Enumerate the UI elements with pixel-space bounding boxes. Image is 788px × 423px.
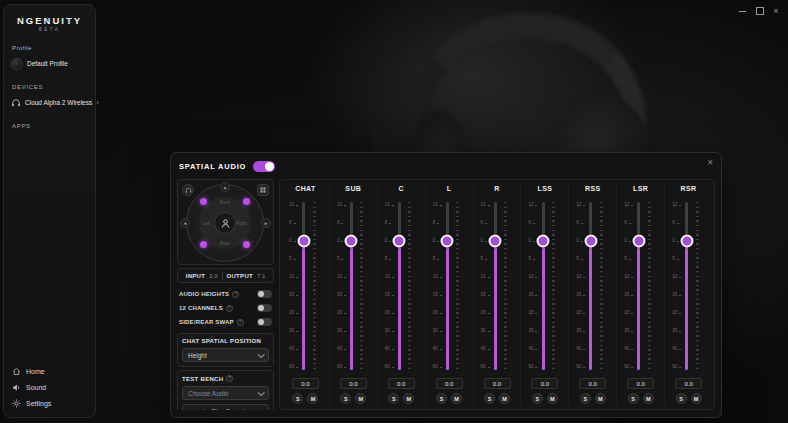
window-close-button[interactable]: × (770, 6, 782, 16)
chat-position-select[interactable]: Height (182, 348, 269, 362)
minimize-button[interactable] (736, 6, 748, 16)
sidebar-item-home[interactable]: Home (12, 367, 51, 376)
channel-value[interactable]: 0.0 (484, 378, 511, 389)
test-bench-title: TEST BENCH (182, 376, 223, 382)
channel-fader[interactable]: 12605101520304060 (378, 197, 425, 376)
solo-mute-group: S M (436, 393, 462, 404)
twelve-channels-toggle[interactable] (257, 304, 272, 312)
fader-thumb[interactable] (632, 235, 645, 248)
channel-value[interactable]: 0.0 (627, 378, 654, 389)
left-label: Left (203, 221, 211, 226)
choose-audio-select[interactable]: Choose Audio (182, 386, 269, 400)
scale-tick: 6 (337, 220, 346, 226)
channel-fader[interactable]: 12605101520304060 (665, 197, 712, 376)
speaker-dot-rear-left[interactable] (200, 241, 207, 248)
solo-button[interactable]: S (628, 393, 639, 404)
fader-thumb[interactable] (584, 235, 597, 248)
scale-tick: 6 (385, 220, 394, 226)
channel-fader[interactable]: 12605101520304060 (617, 197, 664, 376)
channel-fader[interactable]: 12605101520304060 (521, 197, 568, 376)
solo-button[interactable]: S (388, 393, 399, 404)
scale-tick: 30 (433, 328, 442, 334)
scale-tick: 30 (624, 328, 633, 334)
fader-thumb[interactable] (489, 235, 502, 248)
fader-thumb[interactable] (537, 235, 550, 248)
help-icon[interactable]: ? (237, 319, 244, 326)
fader-thumb[interactable] (441, 235, 454, 248)
side-rear-swap-toggle[interactable] (257, 318, 272, 326)
channel-value[interactable]: 0.0 (579, 378, 606, 389)
mute-button[interactable]: M (307, 393, 318, 404)
channel-value[interactable]: 0.0 (340, 378, 367, 389)
solo-button[interactable]: S (436, 393, 447, 404)
channel-value[interactable]: 0.0 (675, 378, 702, 389)
solo-button[interactable]: S (580, 393, 591, 404)
solo-button[interactable]: S (292, 393, 303, 404)
help-icon[interactable]: ? (232, 291, 239, 298)
scale-tick: 30 (337, 328, 346, 334)
fader-track (589, 202, 592, 370)
channel-value[interactable]: 0.0 (388, 378, 415, 389)
help-icon[interactable]: ? (226, 305, 233, 312)
channel-value[interactable]: 0.0 (292, 378, 319, 389)
speaker-dot-front-right[interactable] (243, 198, 250, 205)
maximize-button[interactable] (754, 6, 766, 16)
channel-value[interactable]: 0.0 (436, 378, 463, 389)
channel-fader[interactable]: 12605101520304060 (282, 197, 329, 376)
arrow-up-icon[interactable]: ▴ (220, 182, 230, 192)
sidebar-item-device[interactable]: Cloud Alpha 2 Wireless › (11, 95, 91, 110)
fader-fill (589, 241, 592, 370)
channel-fader[interactable]: 12605101520304060 (426, 197, 473, 376)
channel-strip: RSR 12605101520304060 0.0 S M (664, 183, 712, 406)
fader-thumb[interactable] (297, 235, 310, 248)
scale-tick: 30 (289, 328, 298, 334)
chevron-down-icon (258, 389, 265, 396)
scale-tick: 6 (528, 220, 537, 226)
fader-thumb[interactable] (345, 235, 358, 248)
help-icon[interactable]: ? (226, 375, 233, 382)
mute-button[interactable]: M (691, 393, 702, 404)
sidebar-item-settings[interactable]: Settings (12, 399, 51, 408)
chat-spatial-position-label: CHAT SPATIAL POSITION (182, 338, 269, 344)
spatial-audio-toggle[interactable] (253, 161, 275, 172)
scale-tick: 30 (385, 328, 394, 334)
arrow-right-icon[interactable]: ▸ (261, 218, 271, 228)
scale-tick: 12 (624, 202, 633, 208)
mute-button[interactable]: M (499, 393, 510, 404)
arrow-left-icon[interactable]: ◂ (180, 218, 190, 228)
grid-icon[interactable] (257, 184, 269, 196)
panel-close-icon[interactable]: × (707, 158, 713, 168)
output-label: OUTPUT (227, 273, 253, 279)
channel-name: SUB (345, 185, 361, 197)
chevron-down-icon (258, 351, 265, 358)
scale-tick: 12 (385, 202, 394, 208)
solo-button[interactable]: S (532, 393, 543, 404)
mute-button[interactable]: M (547, 393, 558, 404)
solo-button[interactable]: S (676, 393, 687, 404)
options-toggles: AUDIO HEIGHTS ? 12 CHANNELS ? SIDE/REAR … (177, 286, 274, 330)
mute-button[interactable]: M (355, 393, 366, 404)
sidebar-item-sound[interactable]: Sound (12, 383, 51, 392)
fader-thumb[interactable] (680, 235, 693, 248)
speaker-dot-front-left[interactable] (200, 198, 207, 205)
channel-value[interactable]: 0.0 (531, 378, 558, 389)
channel-fader[interactable]: 12605101520304060 (474, 197, 521, 376)
channel-fader[interactable]: 12605101520304060 (569, 197, 616, 376)
solo-button[interactable]: S (484, 393, 495, 404)
mute-button[interactable]: M (403, 393, 414, 404)
scale-tick: 12 (672, 202, 681, 208)
scale-tick: 40 (289, 346, 298, 352)
channel-fader[interactable]: 12605101520304060 (330, 197, 377, 376)
sidebar-item-default-profile[interactable]: Default Profile (11, 56, 91, 71)
audio-heights-toggle[interactable] (257, 290, 272, 298)
mute-button[interactable]: M (451, 393, 462, 404)
fader-thumb[interactable] (393, 235, 406, 248)
play-sample-button[interactable]: ▷ Play Sample (182, 404, 269, 410)
solo-button[interactable]: S (340, 393, 351, 404)
scale-tick: 10 (337, 274, 346, 280)
headphones-icon[interactable] (182, 184, 194, 196)
mute-button[interactable]: M (643, 393, 654, 404)
mute-button[interactable]: M (595, 393, 606, 404)
speaker-dot-rear-right[interactable] (243, 241, 250, 248)
solo-mute-group: S M (340, 393, 366, 404)
